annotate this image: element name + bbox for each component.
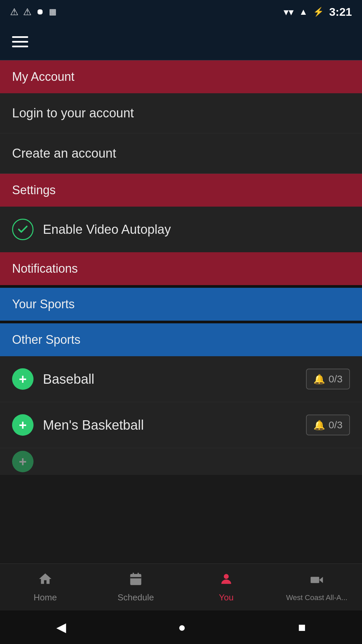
baseball-item[interactable]: + Baseball 🔔 0/3 — [0, 356, 362, 402]
nav-home-label: Home — [34, 592, 57, 603]
person-icon — [219, 572, 234, 590]
home-button[interactable]: ● — [178, 620, 186, 635]
autoplay-toggle[interactable]: Enable Video Autoplay — [0, 207, 362, 252]
status-bar: ⚠ ⚠ ⏺ ▦ ▾▾ ▲ ⚡ 3:21 — [0, 0, 362, 23]
warning2-icon: ⚠ — [23, 6, 32, 17]
recent-button[interactable]: ■ — [298, 620, 306, 635]
notifications-header: Notifications — [0, 252, 362, 285]
other-sports-section: + Baseball 🔔 0/3 + Men's Basketball 🔔 0/… — [0, 356, 362, 475]
autoplay-check-icon — [12, 219, 34, 240]
system-navigation: ◀ ● ■ — [0, 610, 362, 644]
baseball-notification-badge[interactable]: 🔔 0/3 — [306, 369, 350, 389]
svg-rect-0 — [130, 574, 141, 585]
login-item[interactable]: Login to your account — [0, 93, 362, 133]
create-account-item[interactable]: Create an account — [0, 133, 362, 173]
signal-icon: ▲ — [299, 7, 308, 17]
baseball-notification-count: 0/3 — [328, 373, 343, 385]
wifi-icon: ▾▾ — [284, 6, 294, 18]
home-icon — [38, 572, 53, 590]
record-icon: ⏺ — [36, 7, 44, 16]
nav-west-coast[interactable]: West Coast All-A... — [272, 573, 362, 602]
status-icons-right: ▾▾ ▲ ⚡ 3:21 — [284, 5, 352, 18]
nav-schedule-label: Schedule — [118, 592, 154, 603]
other-sports-header: Other Sports — [0, 323, 362, 356]
schedule-icon — [128, 572, 143, 590]
nav-schedule[interactable]: Schedule — [90, 572, 181, 603]
divider-your-sports — [0, 321, 362, 323]
basketball-notification-badge[interactable]: 🔔 0/3 — [306, 415, 350, 435]
sd-icon: ▦ — [49, 7, 57, 16]
nav-west-coast-label: West Coast All-A... — [286, 593, 348, 602]
nav-home[interactable]: Home — [0, 572, 90, 603]
nav-you[interactable]: You — [181, 572, 272, 603]
your-sports-header: Your Sports — [0, 288, 362, 321]
divider-notifications — [0, 285, 362, 288]
svg-rect-5 — [311, 577, 319, 583]
status-icons-left: ⚠ ⚠ ⏺ ▦ — [10, 6, 57, 17]
my-account-section: Login to your account Create an account — [0, 93, 362, 174]
add-baseball-icon: + — [12, 368, 34, 390]
settings-header: Settings — [0, 174, 362, 207]
my-account-header: My Account — [0, 60, 362, 93]
bell-icon: 🔔 — [313, 374, 325, 385]
back-button[interactable]: ◀ — [56, 620, 66, 635]
mens-basketball-item[interactable]: + Men's Basketball 🔔 0/3 — [0, 402, 362, 448]
battery-icon: ⚡ — [313, 7, 324, 17]
add-partial-icon: + — [12, 451, 34, 472]
bottom-navigation: Home Schedule You West Coa — [0, 564, 362, 610]
add-basketball-icon: + — [12, 414, 34, 436]
bell-icon-2: 🔔 — [313, 420, 325, 431]
settings-section: Enable Video Autoplay — [0, 207, 362, 252]
hamburger-menu-button[interactable] — [12, 36, 28, 47]
app-header — [0, 23, 362, 60]
svg-point-4 — [224, 574, 229, 579]
warning-icon: ⚠ — [10, 6, 18, 17]
partial-sport-item: + — [0, 448, 362, 475]
video-icon — [309, 573, 324, 591]
nav-you-label: You — [219, 592, 234, 603]
basketball-notification-count: 0/3 — [328, 419, 343, 431]
svg-marker-6 — [319, 577, 323, 583]
status-time: 3:21 — [329, 5, 352, 18]
